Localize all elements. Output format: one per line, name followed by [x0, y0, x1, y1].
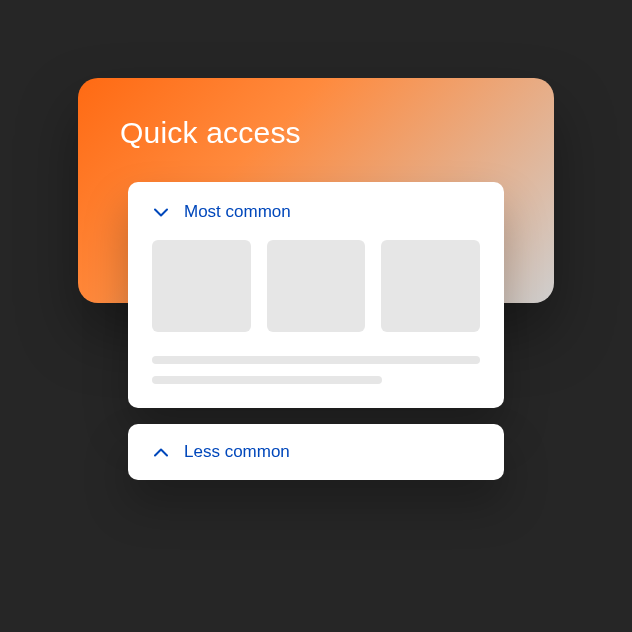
accordion-label: Most common	[184, 202, 291, 222]
accordion-body-most-common	[128, 232, 504, 408]
tile-row	[152, 240, 480, 332]
accordion-toggle-most-common[interactable]: Most common	[128, 182, 504, 232]
text-placeholder-line	[152, 356, 480, 364]
accordion-label: Less common	[184, 442, 290, 462]
quick-access-title: Quick access	[120, 116, 512, 150]
chevron-up-icon	[152, 443, 170, 461]
chevron-down-icon	[152, 203, 170, 221]
accordion-toggle-less-common[interactable]: Less common	[128, 424, 504, 480]
text-placeholder-line	[152, 376, 382, 384]
tile-placeholder[interactable]	[267, 240, 366, 332]
accordion-panel-less-common: Less common	[128, 424, 504, 480]
tile-placeholder[interactable]	[381, 240, 480, 332]
accordion-panel-most-common: Most common	[128, 182, 504, 408]
accordion-group: Most common Less common	[128, 182, 504, 496]
tile-placeholder[interactable]	[152, 240, 251, 332]
